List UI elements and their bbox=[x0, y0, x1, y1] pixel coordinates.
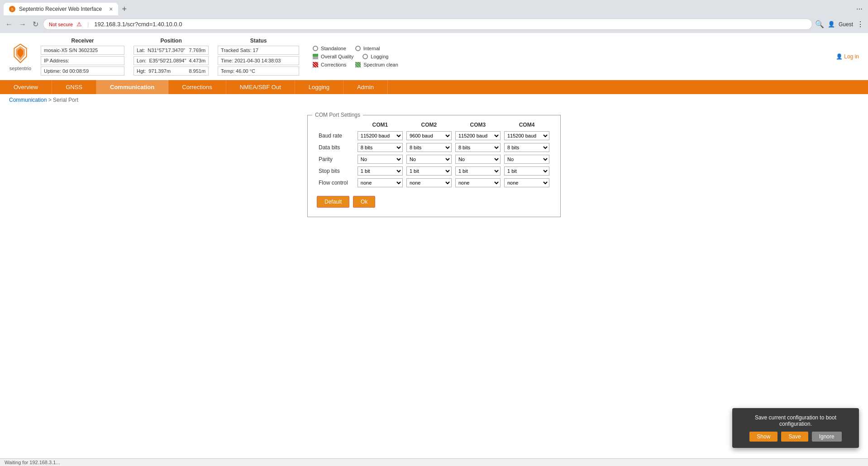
com-port-settings-box: COM Port Settings COM1 COM2 COM3 COM4 Ba… bbox=[307, 115, 561, 217]
hgt-label: Hgt: bbox=[137, 68, 146, 74]
select-row1-col0[interactable]: 5 bits6 bits7 bits8 bits bbox=[358, 143, 403, 152]
breadcrumb-separator: > bbox=[48, 97, 53, 103]
select-row4-col3[interactable]: nonexon/xoffhardware bbox=[504, 178, 549, 187]
select-row3-col1[interactable]: 1 bit2 bits bbox=[406, 166, 452, 176]
row-label-1: Data bits bbox=[317, 142, 356, 153]
browser-menu-icon[interactable]: ⋯ bbox=[854, 4, 864, 14]
select-row0-col2[interactable]: 1200 baud2400 baud4800 baud9600 baud1920… bbox=[455, 131, 501, 140]
lon-value: E35°50'21.0894" bbox=[149, 58, 186, 63]
select-row0-col3[interactable]: 1200 baud2400 baud4800 baud9600 baud1920… bbox=[504, 131, 549, 140]
tab-title: Septentrio Receiver Web Interface bbox=[19, 6, 102, 12]
logo-area: septentrio bbox=[9, 42, 32, 71]
col-com1: COM1 bbox=[356, 120, 405, 130]
toast-ignore-button[interactable]: Ignore bbox=[812, 432, 842, 442]
table-cell[interactable]: nonexon/xoffhardware bbox=[502, 177, 551, 189]
select-row3-col2[interactable]: 1 bit2 bits bbox=[455, 166, 501, 176]
table-cell[interactable]: 1 bit2 bits bbox=[356, 165, 405, 177]
tab-logging[interactable]: Logging bbox=[295, 80, 343, 94]
default-button[interactable]: Default bbox=[317, 196, 349, 208]
breadcrumb-parent[interactable]: Communication bbox=[9, 97, 47, 103]
close-tab-button[interactable]: × bbox=[109, 5, 113, 13]
table-cell[interactable]: 1 bit2 bits bbox=[453, 165, 502, 177]
select-row4-col1[interactable]: nonexon/xoffhardware bbox=[406, 178, 452, 187]
search-icon[interactable]: 🔍 bbox=[815, 20, 824, 29]
table-cell[interactable]: 5 bits6 bits7 bits8 bits bbox=[502, 142, 551, 153]
tab-corrections[interactable]: Corrections bbox=[168, 80, 226, 94]
overall-quality-icon bbox=[313, 54, 318, 59]
corrections-label: Corrections bbox=[321, 62, 346, 67]
select-row4-col0[interactable]: nonexon/xoffhardware bbox=[358, 178, 403, 187]
table-cell[interactable]: NoEvenOdd bbox=[453, 153, 502, 165]
select-row2-col0[interactable]: NoEvenOdd bbox=[358, 155, 403, 164]
lon-field: Lon: E35°50'21.0894" 4.473m bbox=[134, 56, 209, 65]
lat-field: Lat: N31°57'17.3470" 7.769m bbox=[134, 46, 209, 55]
logging-indicator: Logging bbox=[362, 54, 388, 59]
table-cell[interactable]: nonexon/xoffhardware bbox=[453, 177, 502, 189]
toast-save-button[interactable]: Save bbox=[781, 432, 808, 442]
profile-icon[interactable]: 👤 bbox=[828, 21, 835, 28]
ok-button[interactable]: Ok bbox=[353, 196, 375, 208]
receiver-label: Receiver bbox=[41, 38, 124, 44]
new-tab-button[interactable]: + bbox=[118, 5, 130, 14]
status-bar: Waiting for 192.168.3.1... bbox=[0, 458, 868, 463]
spectrum-clean-label: Spectrum clean bbox=[363, 62, 398, 67]
lat-alt: 7.769m bbox=[189, 48, 205, 53]
back-button[interactable]: ← bbox=[4, 19, 14, 30]
table-cell[interactable]: 5 bits6 bits7 bits8 bits bbox=[453, 142, 502, 153]
select-row1-col1[interactable]: 5 bits6 bits7 bits8 bits bbox=[406, 143, 452, 152]
receiver-section: Receiver mosaic-X5 S/N 3602325 IP Addres… bbox=[41, 38, 124, 76]
select-row4-col2[interactable]: nonexon/xoffhardware bbox=[455, 178, 501, 187]
select-row1-col3[interactable]: 5 bits6 bits7 bits8 bits bbox=[504, 143, 549, 152]
table-cell[interactable]: 5 bits6 bits7 bits8 bits bbox=[356, 142, 405, 153]
table-cell[interactable]: 5 bits6 bits7 bits8 bits bbox=[405, 142, 453, 153]
com-port-table: COM1 COM2 COM3 COM4 Baud rate1200 baud24… bbox=[317, 120, 551, 189]
com-port-title: COM Port Settings bbox=[312, 112, 363, 118]
toast-buttons: Show Save Ignore bbox=[740, 432, 851, 442]
profile-label[interactable]: Guest bbox=[839, 21, 853, 28]
row-label-3: Stop bits bbox=[317, 165, 356, 177]
select-row2-col2[interactable]: NoEvenOdd bbox=[455, 155, 501, 164]
select-row2-col3[interactable]: NoEvenOdd bbox=[504, 155, 549, 164]
table-cell[interactable]: NoEvenOdd bbox=[356, 153, 405, 165]
table-cell[interactable]: nonexon/xoffhardware bbox=[405, 177, 453, 189]
select-row0-col0[interactable]: 1200 baud2400 baud4800 baud9600 baud1920… bbox=[358, 131, 403, 140]
table-cell[interactable]: nonexon/xoffhardware bbox=[356, 177, 405, 189]
row-label-0: Baud rate bbox=[317, 130, 356, 142]
tab-admin[interactable]: Admin bbox=[343, 80, 388, 94]
hgt-value: 971.397m bbox=[148, 68, 171, 74]
lat-value: N31°57'17.3470" bbox=[148, 48, 185, 53]
main-content: COM Port Settings COM1 COM2 COM3 COM4 Ba… bbox=[0, 106, 868, 226]
toast-notification: Save current configuration to boot confi… bbox=[732, 408, 859, 448]
toast-show-button[interactable]: Show bbox=[749, 432, 777, 442]
table-cell[interactable]: 1200 baud2400 baud4800 baud9600 baud1920… bbox=[502, 130, 551, 142]
active-tab[interactable]: S Septentrio Receiver Web Interface × bbox=[4, 3, 118, 15]
tab-communication[interactable]: Communication bbox=[96, 80, 168, 94]
table-cell[interactable]: 1200 baud2400 baud4800 baud9600 baud1920… bbox=[453, 130, 502, 142]
refresh-button[interactable]: ↻ bbox=[31, 18, 40, 30]
forward-button[interactable]: → bbox=[17, 19, 28, 30]
corrections-indicator: Corrections bbox=[313, 62, 346, 67]
tab-nmea[interactable]: NMEA/SBF Out bbox=[226, 80, 295, 94]
table-cell[interactable]: 1 bit2 bits bbox=[502, 165, 551, 177]
browser-menu-dots[interactable]: ⋮ bbox=[857, 20, 864, 29]
breadcrumb: Communication > Serial Port bbox=[0, 94, 868, 106]
position-label: Position bbox=[134, 38, 209, 44]
security-indicator: Not secure bbox=[49, 22, 73, 27]
tab-overview[interactable]: Overview bbox=[0, 80, 52, 94]
select-row3-col0[interactable]: 1 bit2 bits bbox=[358, 166, 403, 176]
overall-quality-indicator: Overall Quality bbox=[313, 54, 353, 59]
lat-label: Lat: bbox=[137, 48, 145, 53]
select-row0-col1[interactable]: 1200 baud2400 baud4800 baud9600 baud1920… bbox=[406, 131, 452, 140]
tab-gnss[interactable]: GNSS bbox=[52, 80, 96, 94]
login-area[interactable]: 👤 Log in bbox=[836, 53, 859, 60]
select-row2-col1[interactable]: NoEvenOdd bbox=[406, 155, 452, 164]
select-row1-col2[interactable]: 5 bits6 bits7 bits8 bits bbox=[455, 143, 501, 152]
table-cell[interactable]: NoEvenOdd bbox=[405, 153, 453, 165]
table-cell[interactable]: 1 bit2 bits bbox=[405, 165, 453, 177]
table-cell[interactable]: 1200 baud2400 baud4800 baud9600 baud1920… bbox=[356, 130, 405, 142]
table-cell[interactable]: 1200 baud2400 baud4800 baud9600 baud1920… bbox=[405, 130, 453, 142]
select-row3-col3[interactable]: 1 bit2 bits bbox=[504, 166, 549, 176]
address-bar-text[interactable]: 192.168.3.1/scr?cmd=1.40.10.0.0 bbox=[94, 21, 806, 28]
table-cell[interactable]: NoEvenOdd bbox=[502, 153, 551, 165]
status-section: Status Tracked Sats: 17 Time: 2021-04-30… bbox=[218, 38, 299, 76]
